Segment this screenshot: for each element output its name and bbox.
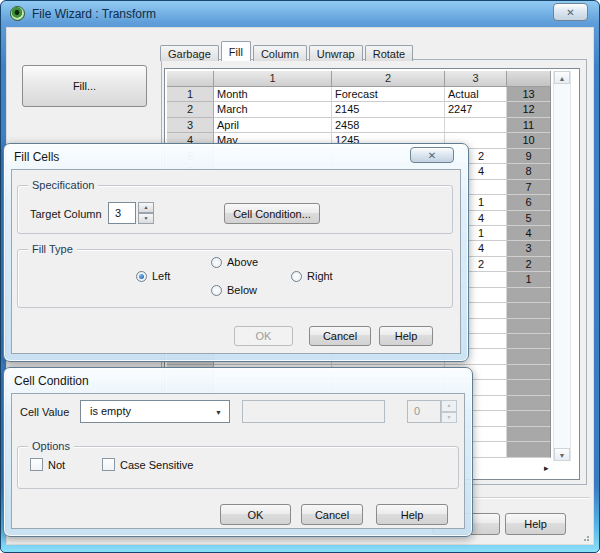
scroll-down-icon[interactable]: ▼ — [554, 448, 570, 461]
cell-col1[interactable]: March — [214, 102, 332, 117]
cell-count — [507, 303, 551, 318]
cell-count — [507, 396, 551, 411]
target-column-label: Target Column — [30, 208, 102, 220]
cell-col1[interactable]: April — [214, 118, 332, 133]
column-header-1[interactable]: 1 — [214, 71, 332, 87]
cell-count — [507, 380, 551, 395]
cell-col2[interactable]: 2458 — [332, 118, 445, 133]
condition-text-field[interactable] — [242, 400, 385, 423]
not-checkbox[interactable]: Not — [30, 458, 65, 471]
main-help-button[interactable]: Help — [505, 513, 566, 535]
scroll-right-icon[interactable]: ▸ — [544, 463, 549, 473]
cell-count: 3 — [507, 241, 551, 256]
options-group: Options — [17, 446, 459, 489]
table-row[interactable]: 2March2145224712 — [167, 102, 551, 117]
cell-condition-title: Cell Condition — [14, 374, 89, 388]
fill-cells-client: Specification Target Column 3 ▲ ▼ Cell C… — [11, 169, 461, 354]
cell-count — [507, 411, 551, 426]
options-group-label: Options — [28, 440, 74, 452]
tab-fill[interactable]: Fill — [221, 41, 251, 61]
titlebar: File Wizard : Transform ✕ — [1, 1, 599, 27]
cell-value-label: Cell Value — [20, 406, 69, 418]
radio-above[interactable]: Above — [211, 256, 258, 268]
cell-value-select[interactable]: is empty ▼ — [80, 400, 230, 423]
tab-bar: Garbage Fill Column Unwrap Rotate — [160, 41, 415, 61]
target-column-value[interactable]: 3 — [108, 202, 136, 224]
radio-above-dot — [211, 257, 222, 268]
table-row[interactable]: 3April245811 — [167, 118, 551, 133]
cell-count — [507, 319, 551, 334]
cancel-label: Cancel — [323, 330, 357, 342]
cell-count: 10 — [507, 133, 551, 148]
close-glyph: ✕ — [428, 150, 436, 161]
vertical-scrollbar[interactable]: ▲ ▼ — [553, 71, 571, 461]
cell-count: 13 — [507, 87, 551, 102]
cancel-label: Cancel — [315, 509, 349, 521]
cell-col1[interactable]: Month — [214, 87, 332, 102]
fill-button[interactable]: Fill... — [22, 65, 147, 107]
spinner-down-icon[interactable]: ▼ — [138, 213, 154, 224]
radio-below[interactable]: Below — [211, 284, 257, 296]
cell-count: 4 — [507, 226, 551, 241]
spinner-down-icon: ▼ — [441, 412, 457, 424]
fill-cells-dialog: Fill Cells ✕ Specification Target Column… — [3, 143, 469, 362]
cell-count — [507, 442, 551, 457]
column-header-3[interactable]: 3 — [445, 71, 507, 87]
chevron-down-icon[interactable]: ▼ — [215, 409, 222, 416]
window-title: File Wizard : Transform — [32, 7, 156, 21]
case-sensitive-checkbox[interactable]: Case Sensitive — [102, 458, 193, 471]
cell-condition-button[interactable]: Cell Condition... — [224, 203, 320, 224]
target-column-stepper[interactable]: 3 ▲ ▼ — [108, 202, 154, 224]
case-sensitive-checkbox-label: Case Sensitive — [120, 459, 193, 471]
cell-count: 1 — [507, 272, 551, 287]
ok-label: OK — [248, 509, 264, 521]
cell-value-selected-option: is empty — [90, 405, 131, 417]
radio-left[interactable]: Left — [136, 270, 170, 282]
main-help-label: Help — [524, 518, 547, 530]
cell-condition-help-button[interactable]: Help — [376, 504, 448, 525]
cell-col2[interactable]: 2145 — [332, 102, 445, 117]
radio-below-dot — [211, 285, 222, 296]
scroll-up-icon[interactable]: ▲ — [554, 71, 570, 84]
condition-number-stepper[interactable]: 0 ▲ ▼ — [407, 400, 458, 423]
tab-garbage[interactable]: Garbage — [160, 45, 219, 61]
help-label: Help — [395, 330, 418, 342]
cell-count — [507, 365, 551, 380]
fill-button-label: Fill... — [73, 80, 96, 92]
fill-cells-ok-button[interactable]: OK — [234, 326, 293, 346]
radio-right[interactable]: Right — [291, 270, 333, 282]
radio-left-dot — [136, 271, 147, 282]
fill-cells-cancel-button[interactable]: Cancel — [309, 326, 371, 346]
cell-count: 5 — [507, 211, 551, 226]
cell-count — [507, 334, 551, 349]
cell-count — [507, 288, 551, 303]
close-icon[interactable]: ✕ — [553, 3, 588, 21]
cell-col3[interactable]: 2247 — [445, 102, 507, 117]
cell-count: 6 — [507, 195, 551, 210]
cell-rownum: 3 — [167, 118, 214, 133]
corner-header[interactable] — [167, 71, 214, 87]
fill-cells-help-button[interactable]: Help — [379, 326, 433, 346]
case-sensitive-checkbox-box — [102, 458, 115, 471]
app-icon — [10, 6, 25, 21]
cell-col2[interactable]: Forecast — [332, 87, 445, 102]
cell-condition-cancel-button[interactable]: Cancel — [301, 504, 363, 525]
cell-condition-ok-button[interactable]: OK — [220, 504, 291, 525]
cell-condition-client: Cell Value is empty ▼ 0 ▲ ▼ Options Not … — [11, 393, 465, 529]
cell-count: 9 — [507, 149, 551, 164]
not-checkbox-box — [30, 458, 43, 471]
tab-unwrap[interactable]: Unwrap — [309, 45, 363, 61]
cell-col3[interactable]: Actual — [445, 87, 507, 102]
column-header-2[interactable]: 2 — [332, 71, 445, 87]
cell-count: 12 — [507, 102, 551, 117]
cell-col3[interactable] — [445, 118, 507, 133]
cell-rownum: 2 — [167, 102, 214, 117]
resize-grip-icon[interactable] — [581, 533, 589, 541]
tab-column[interactable]: Column — [253, 45, 307, 61]
tab-rotate[interactable]: Rotate — [365, 45, 413, 61]
help-label: Help — [401, 509, 424, 521]
fill-cells-close-icon[interactable]: ✕ — [410, 147, 454, 163]
table-row[interactable]: 1MonthForecastActual13 — [167, 87, 551, 102]
spinner-up-icon[interactable]: ▲ — [138, 202, 154, 213]
count-column-header — [507, 71, 551, 87]
